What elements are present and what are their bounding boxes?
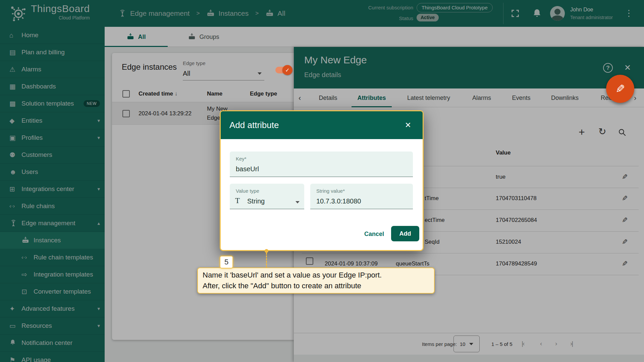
string-type-icon: T (235, 196, 240, 205)
tour-step-number: 5 (220, 256, 233, 268)
tour-tooltip: Name it 'baseUrl' and set a value as you… (197, 267, 435, 294)
value-type-label: Value type (236, 188, 259, 194)
dialog-title: Add attribute (229, 120, 279, 130)
edit-fab-button[interactable]: ✎ (606, 75, 634, 103)
tour-tooltip-line1: Name it 'baseUrl' and set a value as you… (203, 270, 429, 281)
dialog-header: Add attribute ✕ (221, 111, 423, 139)
tour-connector-line (266, 253, 267, 268)
pencil-icon: ✎ (615, 82, 625, 96)
thingsboard-app: Edge management > Instances > All Curren… (0, 0, 644, 362)
string-value-label: String value* (316, 188, 345, 194)
tour-connector-dot (265, 249, 268, 253)
key-label: Key* (236, 156, 247, 162)
dropdown-arrow-icon (296, 201, 300, 203)
key-input[interactable]: baseUrl (236, 165, 259, 173)
toggle-check-icon: ✓ (282, 65, 292, 75)
add-attribute-dialog: Add attribute ✕ Key* baseUrl Value type … (220, 110, 424, 251)
string-value-input[interactable]: 10.7.3.0:18080 (316, 197, 361, 205)
tour-tooltip-line2: After, click the "Add" button to create … (203, 281, 429, 291)
value-type-select[interactable]: Value type T String (230, 184, 304, 209)
string-value-field[interactable]: String value* 10.7.3.0:18080 (310, 184, 413, 209)
value-type-value: String (247, 197, 265, 205)
close-icon[interactable]: ✕ (405, 121, 411, 130)
key-field[interactable]: Key* baseUrl (230, 152, 413, 177)
cancel-button[interactable]: Cancel (364, 231, 384, 238)
add-button[interactable]: Add (391, 226, 419, 241)
